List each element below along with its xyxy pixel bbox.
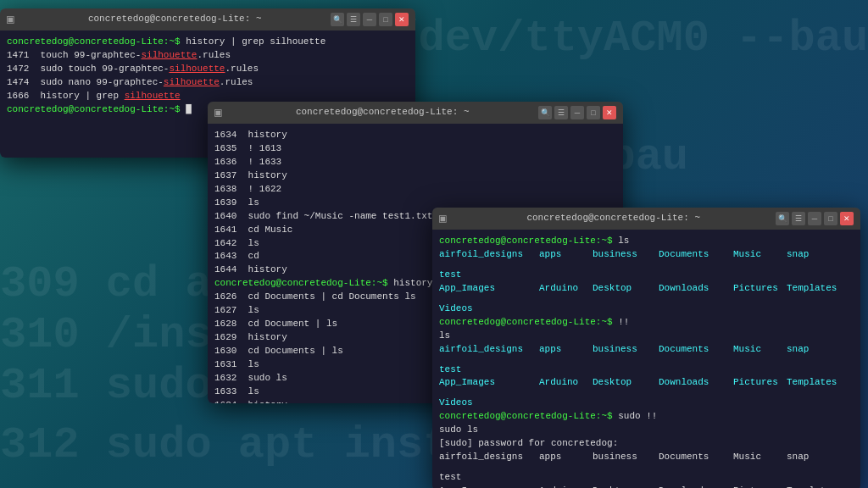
t2l2: 1635 ! 1613 [214,142,616,156]
terminal-3-minimize-button[interactable]: ─ [808,212,821,225]
terminal-1-title: concretedog@concretedog-Lite: ~ [19,13,331,26]
t3-ls3-col6: snap [787,343,829,357]
t2l5: 1638 ! 1622 [214,183,616,197]
t3l8: concretedog@concretedog-Lite:~$ sudo !! [439,410,854,424]
t3-ls6-col1: App_Images [439,485,532,488]
t3-ls4-col6: Templates [787,376,837,390]
t3-ls3-col1: airfoil_designs [439,343,532,357]
t3-ls3-col3: business [593,343,652,357]
t3-ls3-col2: apps [539,343,586,357]
terminal-1-controls: 🔍 ☰ ─ □ ✕ [331,13,409,26]
terminal-1-icon: ▣ [7,11,14,28]
terminal-3: ▣ concretedog@concretedog-Lite: ~ 🔍 ☰ ─ … [432,208,860,488]
terminal-3-icon: ▣ [439,210,446,227]
t2l1: 1634 history [214,129,616,142]
term1-line-3: 1472 sudo touch 99-graphtec-silhouette.r… [7,63,409,76]
t3-ls-row1: airfoil_designs apps business Documents … [439,248,854,282]
terminal-3-title: concretedog@concretedog-Lite: ~ [451,212,776,225]
t3-ls4-col5: Pictures [733,376,780,390]
t3-ls-col5: Music [733,248,780,262]
t3-ls2-col5: Pictures [733,282,780,296]
t3-ls6-col5: Pictures [733,485,780,488]
watermark-line-4: 309 cd ar [0,254,238,316]
t3-ls-row2: App_Images Arduino Desktop Downloads Pic… [439,282,854,316]
t3-ls4-col1: App_Images [439,376,532,390]
terminal-1-titlebar: ▣ concretedog@concretedog-Lite: ~ 🔍 ☰ ─ … [0,8,415,30]
terminal-2-titlebar: ▣ concretedog@concretedog-Lite: ~ 🔍 ☰ ─ … [208,102,623,124]
t3-ls6-col3: Desktop [593,485,652,488]
t3-ls5-col4: Documents [659,451,726,464]
terminal-2-close-button[interactable]: ✕ [603,106,616,119]
t3-ls6-col4: Downloads [659,485,726,488]
term1-line-4: 1474 sudo nano 99-graphtec-silhouette.ru… [7,76,409,90]
t3-ls-row3: airfoil_designs apps business Documents … [439,343,854,377]
t3-ls5-col3: business [593,451,652,464]
t3-ls2-col3: Desktop [593,282,652,296]
terminal-2-menu-button[interactable]: ☰ [554,106,568,119]
t3-ls-col3: business [593,248,652,262]
terminal-3-search-button[interactable]: 🔍 [776,212,789,225]
t3-ls2-col1: App_Images [439,282,532,296]
terminal-3-body: concretedog@concretedog-Lite:~$ ls airfo… [432,230,860,488]
terminal-1-minimize-button[interactable]: ─ [363,13,376,26]
t3l10: [sudo] password for concretedog: [439,437,854,451]
terminal-2-title: concretedog@concretedog-Lite: ~ [226,106,538,119]
terminal-3-controls: 🔍 ☰ ─ □ ✕ [776,212,854,225]
terminal-1-search-button[interactable]: 🔍 [331,13,344,26]
t3-ls5-col6: snap [787,451,829,464]
t3-ls4-col7: Videos [439,396,473,410]
t3-ls2-col7: Videos [439,302,473,316]
terminal-1-close-button[interactable]: ✕ [395,13,409,26]
terminal-2-controls: 🔍 ☰ ─ □ ✕ [538,106,616,119]
t3-ls-row4: App_Images Arduino Desktop Downloads Pic… [439,376,854,410]
t3-ls4-col2: Arduino [539,376,586,390]
terminal-2-minimize-button[interactable]: ─ [570,106,584,119]
t3-ls2-col2: Arduino [539,282,586,296]
terminal-2-maximize-button[interactable]: □ [587,106,600,119]
terminal-3-maximize-button[interactable]: □ [824,212,837,225]
t3-ls2-col6: Templates [787,282,837,296]
t3-ls4-col4: Downloads [659,376,726,390]
t3-ls-row5: airfoil_designs apps business Documents … [439,451,854,485]
t3-ls5-col2: apps [539,451,586,464]
terminal-2-icon: ▣ [214,104,221,121]
term1-line-2: 1471 touch 99-graphtec-silhouette.rules [7,49,409,63]
terminal-2-search-button[interactable]: 🔍 [538,106,552,119]
t3-ls3-col4: Documents [659,343,726,357]
watermark-line-5: 310 /inst [0,305,238,367]
t3-ls5-col7: test [439,471,461,485]
t3-ls-col2: apps [539,248,586,262]
term1-line-1: concretedog@concretedog-Lite:~$ history … [7,36,409,49]
t2l3: 1636 ! 1633 [214,156,616,169]
watermark-line-1: t /dev/ttyACM0 --bau [339,8,868,70]
t3-ls2-col4: Downloads [659,282,726,296]
t3-ls6-col2: Arduino [539,485,586,488]
t3-ls-col1: airfoil_designs [439,248,532,262]
terminal-1-maximize-button[interactable]: □ [379,13,392,26]
t3-ls-row6: App_Images Arduino Desktop Downloads Pic… [439,485,854,488]
t3-ls3-col5: Music [733,343,780,357]
t3-ls5-col1: airfoil_designs [439,451,532,464]
terminal-3-close-button[interactable]: ✕ [840,212,854,225]
t3l5: ls [439,330,854,343]
t3-ls6-col6: Templates [787,485,837,488]
terminal-1-menu-button[interactable]: ☰ [347,13,360,26]
t3-ls5-col5: Music [733,451,780,464]
t3-ls4-col3: Desktop [593,376,652,390]
terminal-3-menu-button[interactable]: ☰ [792,212,805,225]
t3l4: concretedog@concretedog-Lite:~$ !! [439,316,854,330]
t3-ls3-col7: test [439,363,461,377]
terminal-3-titlebar: ▣ concretedog@concretedog-Lite: ~ 🔍 ☰ ─ … [432,208,860,230]
t2l4: 1637 history [214,169,616,183]
t3l9: sudo ls [439,424,854,437]
t3l1: concretedog@concretedog-Lite:~$ ls [439,235,854,248]
t3-ls-col4: Documents [659,248,726,262]
t3-ls-col7: test [439,269,461,282]
t3-ls-col6: snap [787,248,829,262]
